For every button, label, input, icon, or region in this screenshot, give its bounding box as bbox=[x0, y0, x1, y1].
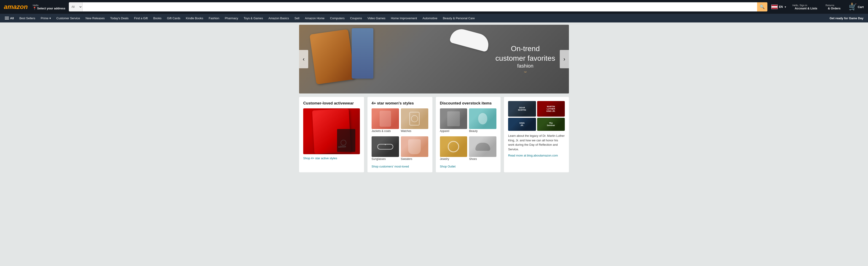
sweaters-label: Sweaters bbox=[401, 157, 428, 161]
jewelry-label: Jewelry bbox=[440, 157, 467, 161]
shoes-label: Shoes bbox=[469, 157, 496, 161]
nav-amazon-basics[interactable]: Amazon Basics bbox=[266, 15, 291, 22]
nav-video-games[interactable]: Video Games bbox=[365, 15, 388, 22]
nav-coupons[interactable]: Coupons bbox=[347, 15, 365, 22]
activewear-image[interactable]: adidas bbox=[303, 108, 360, 154]
nav-computers[interactable]: Computers bbox=[328, 15, 347, 22]
nav-all-menu[interactable]: All bbox=[2, 15, 17, 22]
nav-prime[interactable]: Prime ▾ bbox=[38, 15, 54, 22]
nav-home-improvement[interactable]: Home Improvement bbox=[388, 15, 420, 22]
womens-item-jackets[interactable]: Jackets & coats bbox=[372, 108, 399, 134]
overstock-item-beauty[interactable]: Beauty bbox=[469, 108, 496, 134]
watches-image bbox=[401, 108, 428, 129]
sunglasses-image bbox=[372, 136, 399, 157]
hamburger-icon bbox=[5, 17, 9, 20]
overstock-item-apparel[interactable]: Apparel bbox=[440, 108, 467, 134]
womens-styles-card: 4+ star women's styles Jackets & coats W… bbox=[368, 97, 432, 172]
account-main: Account & Lists bbox=[792, 4, 819, 12]
nav-beauty[interactable]: Beauty & Personal Care bbox=[440, 15, 477, 22]
womens-item-sweaters[interactable]: Sweaters bbox=[401, 136, 428, 162]
overstock-card: Discounted overstock items Apparel Beaut… bbox=[436, 97, 501, 172]
returns-line2: & Orders bbox=[826, 4, 843, 12]
womens-grid: Jackets & coats Watches bbox=[372, 108, 428, 162]
account-menu[interactable]: Hello, Sign in Account & Lists bbox=[790, 2, 822, 12]
navigation-bar: All Best Sellers Prime ▾ Customer Servic… bbox=[0, 14, 868, 23]
mlk-card: DEARMARTIN MARTINLUTHERKING JR. KINGJR. … bbox=[504, 97, 569, 172]
activewear-link[interactable]: Shop 4+ star active styles bbox=[303, 157, 360, 160]
beauty-label: Beauty bbox=[469, 129, 496, 133]
nav-sell[interactable]: Sell bbox=[292, 15, 302, 22]
nav-customer-service[interactable]: Customer Service bbox=[54, 15, 83, 22]
nav-pharmacy[interactable]: Pharmacy bbox=[222, 15, 241, 22]
jewelry-image bbox=[440, 136, 467, 157]
search-button[interactable]: 🔍 bbox=[757, 2, 767, 11]
activewear-title: Customer-loved activewear bbox=[303, 101, 360, 106]
activewear-pants-shape bbox=[337, 129, 355, 152]
nav-best-sellers[interactable]: Best Sellers bbox=[17, 15, 38, 22]
activewear-card: Customer-loved activewear adidas Shop 4+… bbox=[299, 97, 364, 172]
mlk-books-grid: DEARMARTIN MARTINLUTHERKING JR. KINGJR. … bbox=[508, 101, 565, 131]
womens-title: 4+ star women's styles bbox=[372, 101, 428, 106]
womens-item-watches[interactable]: Watches bbox=[401, 108, 428, 134]
nav-find-a-gift[interactable]: Find a Gift bbox=[131, 15, 150, 22]
amazon-logo[interactable]: amazon bbox=[2, 2, 29, 12]
overstock-item-shoes[interactable]: Shoes bbox=[469, 136, 496, 162]
nav-kindle-books[interactable]: Kindle Books bbox=[183, 15, 206, 22]
overstock-item-jewelry[interactable]: Jewelry bbox=[440, 136, 467, 162]
nav-new-releases[interactable]: New Releases bbox=[83, 15, 107, 22]
amazon-smile-icon: ⌣ bbox=[496, 69, 555, 74]
apparel-label: Apparel bbox=[440, 129, 467, 133]
book-king-jr[interactable]: KINGJR. bbox=[508, 118, 536, 131]
cart[interactable]: 🛒 0 Cart bbox=[847, 2, 866, 12]
hero-jacket-decoration bbox=[313, 29, 354, 87]
sweaters-image bbox=[401, 136, 428, 157]
cart-count: 0 bbox=[851, 2, 853, 6]
location-pin-icon: 📍 bbox=[33, 7, 36, 10]
header: amazon Hello 📍 Select your address All 🔍… bbox=[0, 0, 868, 14]
nav-gift-cards[interactable]: Gift Cards bbox=[164, 15, 183, 22]
hero-jeans-decoration bbox=[352, 28, 375, 81]
flag-chevron-icon: ▼ bbox=[784, 6, 786, 8]
womens-link[interactable]: Shop customers' most-loved bbox=[372, 165, 428, 168]
location-selector[interactable]: Hello 📍 Select your address bbox=[31, 3, 67, 11]
product-cards-row: Customer-loved activewear adidas Shop 4+… bbox=[299, 97, 569, 172]
womens-item-sunglasses[interactable]: Sunglasses bbox=[372, 136, 399, 162]
nav-todays-deals[interactable]: Today's Deals bbox=[108, 15, 131, 22]
hero-prev-button[interactable]: ‹ bbox=[299, 50, 308, 68]
nav-promo[interactable]: Get ready for Game Day bbox=[827, 15, 866, 21]
hero-next-button[interactable]: › bbox=[560, 50, 569, 68]
hero-text-content: On-trend customer favorites fashion ⌣ bbox=[482, 37, 569, 81]
hero-brand: fashion ⌣ bbox=[496, 63, 555, 74]
overstock-title: Discounted overstock items bbox=[440, 101, 497, 106]
cart-label: Cart bbox=[858, 5, 864, 9]
hero-headline: On-trend customer favorites bbox=[496, 44, 555, 63]
watches-label: Watches bbox=[401, 129, 428, 133]
hero-banner: On-trend customer favorites fashion ⌣ ‹ … bbox=[299, 25, 569, 94]
overstock-link[interactable]: Shop Outlet bbox=[440, 165, 497, 168]
main-content: On-trend customer favorites fashion ⌣ ‹ … bbox=[297, 23, 571, 175]
flag-selector[interactable]: EN ▼ bbox=[769, 3, 789, 10]
flag-icon bbox=[771, 5, 778, 9]
nav-amazon-home[interactable]: Amazon Home bbox=[302, 15, 327, 22]
returns-orders[interactable]: Returns & Orders bbox=[824, 2, 845, 12]
mlk-link[interactable]: Read more at blog.aboutamazon.com bbox=[508, 154, 565, 157]
nav-automotive[interactable]: Automotive bbox=[420, 15, 440, 22]
nav-all-label: All bbox=[10, 17, 14, 20]
book-seminar[interactable]: TheSeminar bbox=[537, 118, 565, 131]
book-mlk[interactable]: MARTINLUTHERKING JR. bbox=[537, 101, 565, 116]
nav-books[interactable]: Books bbox=[151, 15, 164, 22]
shoes-image bbox=[469, 136, 496, 157]
nav-fashion[interactable]: Fashion bbox=[206, 15, 222, 22]
jackets-label: Jackets & coats bbox=[372, 129, 399, 133]
overstock-grid: Apparel Beauty Jewelry bbox=[440, 108, 497, 162]
nav-toys-games[interactable]: Toys & Games bbox=[241, 15, 266, 22]
search-category-select[interactable]: All bbox=[69, 2, 83, 11]
sunglasses-label: Sunglasses bbox=[372, 157, 399, 161]
search-input[interactable] bbox=[83, 2, 757, 11]
jackets-image bbox=[372, 108, 399, 129]
mlk-description: Learn about the legacy of Dr. Martin Lut… bbox=[508, 134, 565, 152]
cart-icon: 🛒 0 bbox=[849, 3, 857, 11]
book-dear-martin[interactable]: DEARMARTIN bbox=[508, 101, 536, 116]
search-bar: All 🔍 bbox=[69, 2, 767, 11]
location-hello: Hello bbox=[33, 4, 65, 7]
